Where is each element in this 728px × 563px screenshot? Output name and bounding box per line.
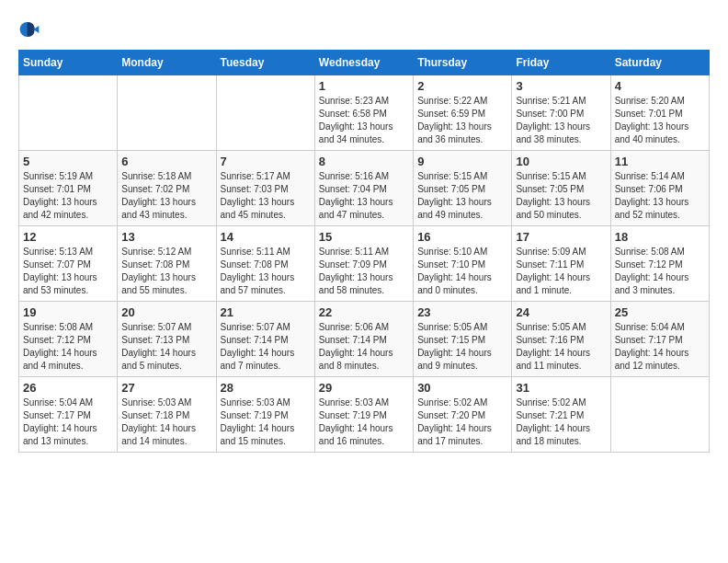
calendar-day-24: 24Sunrise: 5:05 AM Sunset: 7:16 PM Dayli… — [512, 302, 610, 377]
day-number: 6 — [121, 155, 211, 168]
day-info: Sunrise: 5:18 AM Sunset: 7:02 PM Dayligh… — [121, 170, 211, 222]
day-info: Sunrise: 5:13 AM Sunset: 7:07 PM Dayligh… — [23, 246, 113, 297]
calendar-day-31: 31Sunrise: 5:02 AM Sunset: 7:21 PM Dayli… — [512, 377, 610, 453]
day-info: Sunrise: 5:23 AM Sunset: 6:58 PM Dayligh… — [319, 95, 409, 146]
calendar-day-27: 27Sunrise: 5:03 AM Sunset: 7:18 PM Dayli… — [118, 377, 216, 453]
logo-icon — [18, 18, 40, 40]
calendar-day-6: 6Sunrise: 5:18 AM Sunset: 7:02 PM Daylig… — [118, 151, 216, 226]
day-info: Sunrise: 5:15 AM Sunset: 7:05 PM Dayligh… — [417, 170, 507, 222]
day-number: 12 — [23, 230, 113, 244]
calendar-day-17: 17Sunrise: 5:09 AM Sunset: 7:11 PM Dayli… — [512, 226, 610, 302]
calendar-day-19: 19Sunrise: 5:08 AM Sunset: 7:12 PM Dayli… — [19, 302, 118, 377]
calendar-day-23: 23Sunrise: 5:05 AM Sunset: 7:15 PM Dayli… — [414, 302, 512, 377]
calendar-day-21: 21Sunrise: 5:07 AM Sunset: 7:14 PM Dayli… — [216, 302, 314, 377]
day-number: 26 — [23, 381, 113, 395]
day-number: 23 — [417, 305, 507, 319]
calendar-day-16: 16Sunrise: 5:10 AM Sunset: 7:10 PM Dayli… — [414, 226, 512, 302]
day-number: 29 — [319, 381, 409, 395]
day-number: 8 — [319, 155, 409, 168]
day-info: Sunrise: 5:08 AM Sunset: 7:12 PM Dayligh… — [23, 321, 113, 373]
day-info: Sunrise: 5:19 AM Sunset: 7:01 PM Dayligh… — [23, 170, 113, 222]
calendar-week-row: 1Sunrise: 5:23 AM Sunset: 6:58 PM Daylig… — [19, 75, 710, 151]
calendar-week-row: 5Sunrise: 5:19 AM Sunset: 7:01 PM Daylig… — [19, 151, 710, 226]
calendar-day-7: 7Sunrise: 5:17 AM Sunset: 7:03 PM Daylig… — [216, 151, 314, 226]
day-number: 13 — [121, 230, 211, 244]
calendar-day-14: 14Sunrise: 5:11 AM Sunset: 7:08 PM Dayli… — [216, 226, 314, 302]
day-number: 21 — [221, 305, 311, 319]
day-info: Sunrise: 5:08 AM Sunset: 7:12 PM Dayligh… — [615, 246, 705, 297]
day-info: Sunrise: 5:06 AM Sunset: 7:14 PM Dayligh… — [319, 321, 409, 373]
day-number: 20 — [121, 305, 211, 319]
day-number: 22 — [319, 305, 409, 319]
calendar-day-28: 28Sunrise: 5:03 AM Sunset: 7:19 PM Dayli… — [216, 377, 314, 453]
calendar-day-13: 13Sunrise: 5:12 AM Sunset: 7:08 PM Dayli… — [118, 226, 216, 302]
empty-day-cell — [216, 75, 314, 151]
day-info: Sunrise: 5:04 AM Sunset: 7:17 PM Dayligh… — [23, 396, 113, 448]
weekday-header-tuesday: Tuesday — [216, 51, 314, 75]
day-info: Sunrise: 5:05 AM Sunset: 7:15 PM Dayligh… — [417, 321, 507, 373]
day-info: Sunrise: 5:17 AM Sunset: 7:03 PM Dayligh… — [221, 170, 311, 222]
calendar-day-3: 3Sunrise: 5:21 AM Sunset: 7:00 PM Daylig… — [512, 75, 610, 151]
weekday-header-monday: Monday — [118, 51, 216, 75]
day-number: 30 — [417, 381, 507, 395]
day-number: 16 — [417, 230, 507, 244]
calendar-week-row: 19Sunrise: 5:08 AM Sunset: 7:12 PM Dayli… — [19, 302, 710, 377]
day-number: 18 — [615, 230, 705, 244]
header — [18, 18, 710, 40]
calendar-day-11: 11Sunrise: 5:14 AM Sunset: 7:06 PM Dayli… — [610, 151, 709, 226]
day-number: 11 — [615, 155, 705, 168]
calendar-day-4: 4Sunrise: 5:20 AM Sunset: 7:01 PM Daylig… — [610, 75, 709, 151]
day-info: Sunrise: 5:11 AM Sunset: 7:08 PM Dayligh… — [221, 246, 311, 297]
calendar-table: SundayMondayTuesdayWednesdayThursdayFrid… — [18, 50, 710, 453]
day-info: Sunrise: 5:09 AM Sunset: 7:11 PM Dayligh… — [516, 246, 606, 297]
day-info: Sunrise: 5:02 AM Sunset: 7:20 PM Dayligh… — [417, 396, 507, 448]
day-info: Sunrise: 5:03 AM Sunset: 7:19 PM Dayligh… — [221, 396, 311, 448]
day-info: Sunrise: 5:05 AM Sunset: 7:16 PM Dayligh… — [516, 321, 606, 373]
calendar-day-20: 20Sunrise: 5:07 AM Sunset: 7:13 PM Dayli… — [118, 302, 216, 377]
day-number: 19 — [23, 305, 113, 319]
day-info: Sunrise: 5:16 AM Sunset: 7:04 PM Dayligh… — [319, 170, 409, 222]
day-info: Sunrise: 5:03 AM Sunset: 7:18 PM Dayligh… — [121, 396, 211, 448]
calendar-day-8: 8Sunrise: 5:16 AM Sunset: 7:04 PM Daylig… — [314, 151, 413, 226]
calendar-day-2: 2Sunrise: 5:22 AM Sunset: 6:59 PM Daylig… — [414, 75, 512, 151]
calendar-day-1: 1Sunrise: 5:23 AM Sunset: 6:58 PM Daylig… — [314, 75, 413, 151]
calendar-day-29: 29Sunrise: 5:03 AM Sunset: 7:19 PM Dayli… — [314, 377, 413, 453]
day-number: 3 — [516, 79, 606, 93]
empty-day-cell — [118, 75, 216, 151]
day-number: 2 — [417, 79, 507, 93]
day-info: Sunrise: 5:14 AM Sunset: 7:06 PM Dayligh… — [615, 170, 705, 222]
empty-day-cell — [610, 377, 709, 453]
day-info: Sunrise: 5:20 AM Sunset: 7:01 PM Dayligh… — [615, 95, 705, 146]
calendar-header-row: SundayMondayTuesdayWednesdayThursdayFrid… — [19, 51, 710, 75]
day-number: 4 — [615, 79, 705, 93]
day-info: Sunrise: 5:10 AM Sunset: 7:10 PM Dayligh… — [417, 246, 507, 297]
logo — [18, 18, 44, 40]
day-number: 1 — [319, 79, 409, 93]
day-number: 24 — [516, 305, 606, 319]
day-info: Sunrise: 5:03 AM Sunset: 7:19 PM Dayligh… — [319, 396, 409, 448]
day-info: Sunrise: 5:02 AM Sunset: 7:21 PM Dayligh… — [516, 396, 606, 448]
day-number: 31 — [516, 381, 606, 395]
day-number: 9 — [417, 155, 507, 168]
calendar-week-row: 12Sunrise: 5:13 AM Sunset: 7:07 PM Dayli… — [19, 226, 710, 302]
day-number: 15 — [319, 230, 409, 244]
day-info: Sunrise: 5:12 AM Sunset: 7:08 PM Dayligh… — [121, 246, 211, 297]
weekday-header-wednesday: Wednesday — [314, 51, 413, 75]
calendar-day-22: 22Sunrise: 5:06 AM Sunset: 7:14 PM Dayli… — [314, 302, 413, 377]
day-info: Sunrise: 5:15 AM Sunset: 7:05 PM Dayligh… — [516, 170, 606, 222]
day-info: Sunrise: 5:21 AM Sunset: 7:00 PM Dayligh… — [516, 95, 606, 146]
day-number: 7 — [221, 155, 311, 168]
day-number: 25 — [615, 305, 705, 319]
weekday-header-saturday: Saturday — [610, 51, 709, 75]
weekday-header-thursday: Thursday — [414, 51, 512, 75]
day-info: Sunrise: 5:04 AM Sunset: 7:17 PM Dayligh… — [615, 321, 705, 373]
day-number: 28 — [221, 381, 311, 395]
day-info: Sunrise: 5:22 AM Sunset: 6:59 PM Dayligh… — [417, 95, 507, 146]
day-number: 10 — [516, 155, 606, 168]
calendar-day-25: 25Sunrise: 5:04 AM Sunset: 7:17 PM Dayli… — [610, 302, 709, 377]
day-info: Sunrise: 5:07 AM Sunset: 7:13 PM Dayligh… — [121, 321, 211, 373]
calendar-day-30: 30Sunrise: 5:02 AM Sunset: 7:20 PM Dayli… — [414, 377, 512, 453]
weekday-header-sunday: Sunday — [19, 51, 118, 75]
weekday-header-friday: Friday — [512, 51, 610, 75]
day-number: 27 — [121, 381, 211, 395]
